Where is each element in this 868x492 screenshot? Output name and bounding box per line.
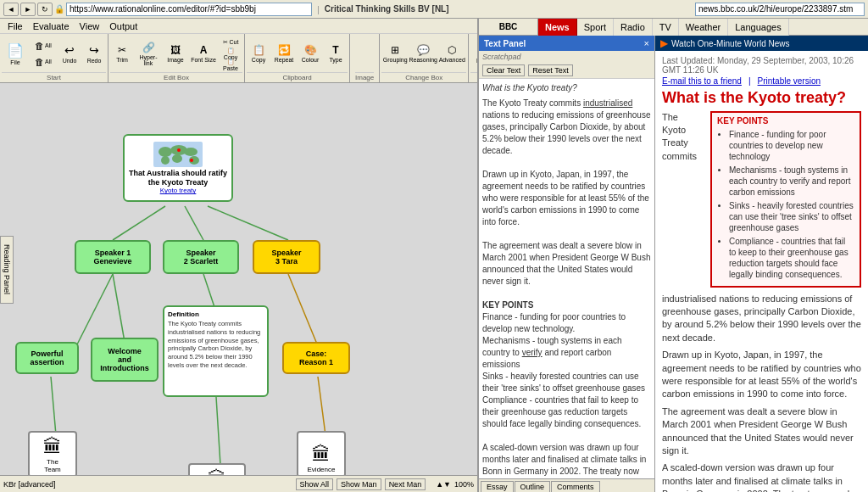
comments-tab[interactable]: Comments xyxy=(551,481,600,492)
svg-line-3 xyxy=(76,274,113,346)
next-man-btn[interactable]: Next Man xyxy=(385,478,426,490)
definition-title: Definition xyxy=(168,310,264,318)
bbc-sport-tab[interactable]: Sport xyxy=(577,19,614,36)
browser-back-btn[interactable]: ◄ xyxy=(3,3,19,16)
watch-text: Watch One-Minute World News xyxy=(671,39,790,48)
print-link[interactable]: Printable version xyxy=(758,76,821,86)
toolbar-section-image: Image xyxy=(350,34,380,82)
menu-output[interactable]: Output xyxy=(105,21,142,31)
reading-panel-tab[interactable]: Reading Panel xyxy=(0,236,14,304)
root-node[interactable]: That Australia should ratify the Kyoto T… xyxy=(123,134,233,202)
bbc-logo: BBC xyxy=(479,19,538,36)
evidence-pillar-icon: 🏛 xyxy=(312,445,331,464)
speaker-2-node[interactable]: Speaker2 Scarlett xyxy=(163,240,239,274)
reset-text-btn[interactable]: Reset Text xyxy=(528,64,572,76)
bbc-article-title: What is the Kyoto treaty? xyxy=(662,89,861,108)
file-btn[interactable]: 📄File xyxy=(2,37,29,70)
trim-btn[interactable]: ✂Trim xyxy=(110,37,134,70)
speaker-3-node[interactable]: Speaker3 Tara xyxy=(253,240,320,274)
speaker-1-node[interactable]: Speaker 1Genevieve xyxy=(75,240,151,274)
powerful-assertion-node[interactable]: Powerfulassertion xyxy=(15,342,79,374)
type-btn[interactable]: TType xyxy=(324,37,348,70)
bbc-watch-bar[interactable]: ▶ Watch One-Minute World News xyxy=(655,36,868,51)
outline-tab[interactable]: Outline xyxy=(515,481,551,492)
clipboard-copy-btn[interactable]: 📋Copy xyxy=(247,37,270,70)
case-reason-1-node[interactable]: Case:Reason 1 xyxy=(282,342,350,374)
fontsize-btn[interactable]: AFont Size xyxy=(189,37,218,70)
definition-node[interactable]: Definition The Kyoto Treaty commits indu… xyxy=(163,305,269,397)
bbc-news-tab[interactable]: News xyxy=(538,19,577,36)
text-panel-toolbar: Clear Text Reset Text xyxy=(479,63,654,79)
colour-btn[interactable]: 🎨Colour xyxy=(298,37,323,70)
paste-btn[interactable]: 📋 Paste xyxy=(219,59,242,70)
help-btn[interactable]: ❓Help xyxy=(470,37,477,70)
menu-view[interactable]: View xyxy=(75,21,104,31)
bbc-para-1: Drawn up in Kyoto, Japan, in 1997, the a… xyxy=(662,349,861,401)
toolbar-section-edit: ✂Trim 🔗Hyper-link 🖼Image AFont Size ✂ Cu… xyxy=(108,34,245,82)
clear-text-btn[interactable]: Clear Text xyxy=(482,64,525,76)
copy-btn[interactable]: 📋 Copy xyxy=(219,48,242,59)
tab-row: Essay Outline Comments xyxy=(479,479,654,492)
kbr-label: KBr [advanced] xyxy=(3,480,56,489)
delete-all-btn[interactable]: 🗑All xyxy=(30,38,57,53)
key-point-0: Finance - funding for poor countries to … xyxy=(729,129,854,162)
bbc-tv-tab[interactable]: TV xyxy=(653,19,679,36)
bbc-article-body: KEY POINTS Finance - funding for poor co… xyxy=(662,111,861,492)
show-man-btn[interactable]: Show Man xyxy=(337,478,381,490)
root-node-text: That Australia should ratify the Kyoto T… xyxy=(128,169,228,187)
scratchpad-area: Scratchpad xyxy=(479,51,654,63)
browser-refresh-btn[interactable]: ↻ xyxy=(37,3,53,16)
email-link[interactable]: E-mail this to a friend xyxy=(662,76,742,86)
menu-bar: File Evaluate View Output xyxy=(0,19,477,34)
svg-line-4 xyxy=(113,274,125,342)
browser-url-input-left[interactable] xyxy=(66,3,312,16)
browser-forward-btn[interactable]: ► xyxy=(20,3,36,16)
reasoning-btn[interactable]: 💬Reasoning xyxy=(409,37,437,70)
speaker-2-label: Speaker2 Scarlett xyxy=(184,249,219,266)
browser-url-input-right[interactable] xyxy=(695,3,865,16)
toolbar-section-start: 📄File 🗑All 🗑All ↩Undo xyxy=(0,34,108,82)
redo-btn[interactable]: ↪Redo xyxy=(82,37,106,70)
menu-file[interactable]: File xyxy=(3,21,27,31)
bbc-para-3: A scaled-down version was drawn up four … xyxy=(662,461,861,492)
text-panel-content[interactable]: What is the Kyoto treaty? The Kyoto Trea… xyxy=(479,79,654,478)
advanced-btn[interactable]: ⬡Advanced xyxy=(437,37,466,70)
key-points-list: Finance - funding for poor countries to … xyxy=(717,129,854,280)
team-node[interactable]: 🏛 TheTeam xyxy=(28,431,77,478)
canvas-bottom-bar: KBr [advanced] Show All Show Man Next Ma… xyxy=(0,475,477,492)
url-separator: | xyxy=(317,4,320,14)
delete-all-btn2[interactable]: 🗑All xyxy=(30,54,57,70)
section-label-explore: Explore xyxy=(470,72,477,81)
svg-point-16 xyxy=(172,154,182,163)
hyperlink-btn[interactable]: 🔗Hyper-link xyxy=(135,37,162,70)
toolbar-section-changebox: ⊞Grouping 💬Reasoning ⬡Advanced Change Bo… xyxy=(380,34,469,82)
bbc-weather-tab[interactable]: Weather xyxy=(679,19,728,36)
toolbar: 📄File 🗑All 🗑All ↩Undo xyxy=(0,34,477,83)
bbc-radio-tab[interactable]: Radio xyxy=(614,19,653,36)
zoom-percent: 100% xyxy=(454,480,474,489)
section-label-changebox: Change Box xyxy=(381,72,466,81)
cut-btn[interactable]: ✂ Cut xyxy=(219,37,242,48)
text-panel-close-btn[interactable]: × xyxy=(644,38,649,48)
canvas-area: Reading Panel xyxy=(0,83,477,492)
svg-point-13 xyxy=(159,147,172,157)
undo-btn[interactable]: ↩Undo xyxy=(58,37,81,70)
show-all-btn[interactable]: Show All xyxy=(296,478,334,490)
evidence-node[interactable]: 🏛 Evidence xyxy=(297,431,346,478)
grouping-btn[interactable]: ⊞Grouping xyxy=(381,37,409,70)
powerful-assertion-label: Powerfulassertion xyxy=(30,349,64,366)
image-btn[interactable]: 🖼Image xyxy=(163,37,188,70)
text-panel-bottom-tabs: Essay Outline Comments xyxy=(479,478,654,492)
section-label-image: Image xyxy=(355,72,374,81)
reading-panel-label: Reading Panel xyxy=(3,244,11,294)
text-panel: Text Panel × Scratchpad Clear Text Reset… xyxy=(479,36,655,492)
text-panel-body: The Kyoto Treaty commits industrialised … xyxy=(482,98,651,478)
bbc-languages-tab[interactable]: Languages xyxy=(728,19,788,36)
root-node-link[interactable]: Kyoto treaty xyxy=(160,187,197,194)
essay-tab[interactable]: Essay xyxy=(481,481,514,492)
svg-line-7 xyxy=(51,377,56,435)
welcome-node[interactable]: WelcomeandIntroductions xyxy=(91,338,159,382)
definition-text: The Kyoto Treaty commits industrialised … xyxy=(168,320,264,370)
menu-edit[interactable]: Evaluate xyxy=(29,21,74,31)
repeat-btn[interactable]: 🔁Repeat xyxy=(271,37,297,70)
